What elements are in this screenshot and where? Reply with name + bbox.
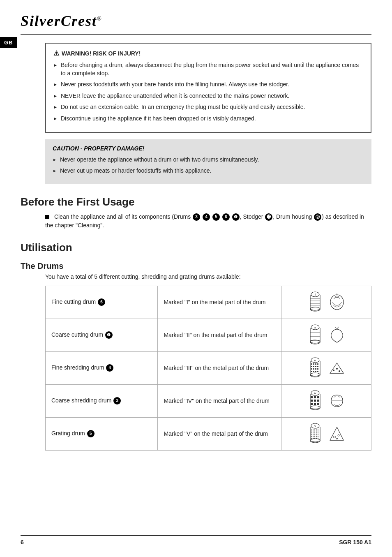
svg-rect-49 <box>314 403 316 405</box>
svg-rect-26 <box>311 368 312 370</box>
svg-rect-23 <box>313 366 314 367</box>
header: SilverCrest® <box>21 12 371 35</box>
warning-title-text: WARNING! RISK OF INJURY! <box>62 50 141 57</box>
svg-rect-22 <box>311 366 312 367</box>
svg-point-63 <box>316 432 317 432</box>
warning-item: Discontinue using the appliance if it ha… <box>53 115 363 123</box>
caution-box: CAUTION - PROPERTY DAMAGE! Never operate… <box>45 139 371 184</box>
drum-illustration-cell: IV <box>281 384 371 417</box>
drum-name-cell: Coarse cutting drum ❶ <box>46 319 158 351</box>
warning-icon: ⚠ <box>53 49 59 57</box>
caution-bullet-text: Never cut up meats or harder foodstuffs … <box>60 167 212 175</box>
drum-illustration-cell: II <box>281 319 371 351</box>
svg-point-55 <box>311 430 312 430</box>
drum-illustration-cell: III <box>281 351 371 384</box>
svg-point-78 <box>316 438 317 439</box>
badge-6: 6 <box>222 213 230 221</box>
caution-title: CAUTION - PROPERTY DAMAGE! <box>53 145 364 152</box>
svg-text:III: III <box>314 359 316 362</box>
first-usage-text: Clean the appliance and all of its compo… <box>45 213 364 229</box>
svg-point-75 <box>311 438 312 439</box>
svg-point-67 <box>314 434 315 435</box>
language-badge: GB <box>0 37 17 48</box>
drum-marking-cell: Marked "II" on the metal part of the dru… <box>158 319 281 351</box>
food-iii-icon <box>328 359 346 377</box>
svg-rect-24 <box>315 366 316 367</box>
badge-housing: ⓪ <box>314 213 321 221</box>
table-row: Grating drum 5 Marked "V" on the metal p… <box>46 417 371 450</box>
svg-point-74 <box>318 436 318 437</box>
table-row: Fine cutting drum 6 Marked "I" on the me… <box>46 286 371 319</box>
drum-ii-icon: II <box>306 324 325 347</box>
warning-bullet-text: Do not use an extension cable. In an eme… <box>61 103 305 111</box>
svg-rect-25 <box>317 366 318 367</box>
food-i-icon <box>328 293 346 312</box>
svg-rect-33 <box>317 371 318 372</box>
svg-rect-42 <box>311 396 313 398</box>
svg-point-76 <box>313 438 314 439</box>
caution-item: Never cut up meats or harder foodstuffs … <box>53 167 364 175</box>
food-v-icon <box>328 425 346 443</box>
warning-item: NEVER leave the appliance unattended whe… <box>53 92 363 100</box>
svg-point-83 <box>337 438 338 439</box>
svg-point-38 <box>339 370 340 372</box>
svg-point-59 <box>318 430 318 430</box>
caution-list: Never operate the appliance without a dr… <box>53 156 364 175</box>
caution-item: Never operate the appliance without a dr… <box>53 156 364 164</box>
drum-marking-cell: Marked "IV" on the metal part of the dru… <box>158 384 281 417</box>
drum-illustration: V <box>287 423 365 445</box>
food-iv-icon <box>328 392 346 410</box>
table-row: Fine shredding drum 4 Marked "III" on th… <box>46 351 371 384</box>
svg-point-73 <box>316 436 317 437</box>
drum-badge: 6 <box>98 298 105 306</box>
drum-v-icon: V <box>306 423 325 445</box>
svg-point-60 <box>311 432 312 432</box>
svg-rect-19 <box>313 363 314 365</box>
caution-bullet-text: Never operate the appliance without a dr… <box>60 156 259 164</box>
badge-stodger: ⓭ <box>265 213 272 221</box>
svg-point-58 <box>316 430 317 430</box>
svg-point-81 <box>334 436 336 438</box>
svg-point-7 <box>330 295 344 310</box>
utilisation-heading: Utilisation <box>21 241 371 254</box>
svg-point-82 <box>338 435 339 436</box>
badge-5: 5 <box>212 213 220 221</box>
svg-point-65 <box>311 434 312 435</box>
warning-title: ⚠ WARNING! RISK OF INJURY! <box>53 49 363 57</box>
drum-illustration: I <box>287 291 365 314</box>
svg-point-69 <box>318 434 318 435</box>
drum-badge: ❶ <box>105 331 113 339</box>
warning-list: Before changing a drum, always disconnec… <box>53 61 363 123</box>
svg-point-57 <box>314 430 315 430</box>
drum-badge: 4 <box>106 364 113 372</box>
trademark: ® <box>97 16 102 22</box>
drum-iv-icon: IV <box>306 390 325 412</box>
page-number: 6 <box>21 539 24 545</box>
svg-rect-32 <box>315 371 316 372</box>
drum-illustration: III <box>287 357 365 379</box>
drum-illustration: II <box>287 324 365 347</box>
svg-point-79 <box>318 438 318 439</box>
svg-rect-44 <box>317 396 319 398</box>
svg-point-61 <box>313 432 314 432</box>
drums-table: Fine cutting drum 6 Marked "I" on the me… <box>45 286 371 451</box>
drum-marking-cell: Marked "I" on the metal part of the drum <box>158 286 281 319</box>
drum-name-cell: Grating drum 5 <box>46 417 158 450</box>
logo-text: SilverCrest <box>21 13 97 29</box>
drum-name-cell: Coarse shredding drum 3 <box>46 384 158 417</box>
svg-point-68 <box>316 434 317 435</box>
warning-box: ⚠ WARNING! RISK OF INJURY! Before changi… <box>45 43 371 133</box>
warning-bullet-text: Never press foodstuffs with your bare ha… <box>61 81 289 89</box>
drum-marking-cell: Marked "V" on the metal part of the drum <box>158 417 281 450</box>
badge-4: 4 <box>203 213 210 221</box>
svg-rect-46 <box>314 400 316 402</box>
bullet-square <box>45 215 49 219</box>
svg-rect-48 <box>311 403 313 405</box>
page: SilverCrest® GB ⚠ WARNING! RISK OF INJUR… <box>0 0 392 557</box>
table-row: Coarse shredding drum 3 Marked "IV" on t… <box>46 384 371 417</box>
svg-rect-29 <box>317 368 318 370</box>
warning-bullet-text: NEVER leave the appliance unattended whe… <box>61 92 289 100</box>
svg-point-64 <box>318 432 318 432</box>
svg-rect-27 <box>313 368 314 370</box>
svg-point-36 <box>333 370 334 371</box>
